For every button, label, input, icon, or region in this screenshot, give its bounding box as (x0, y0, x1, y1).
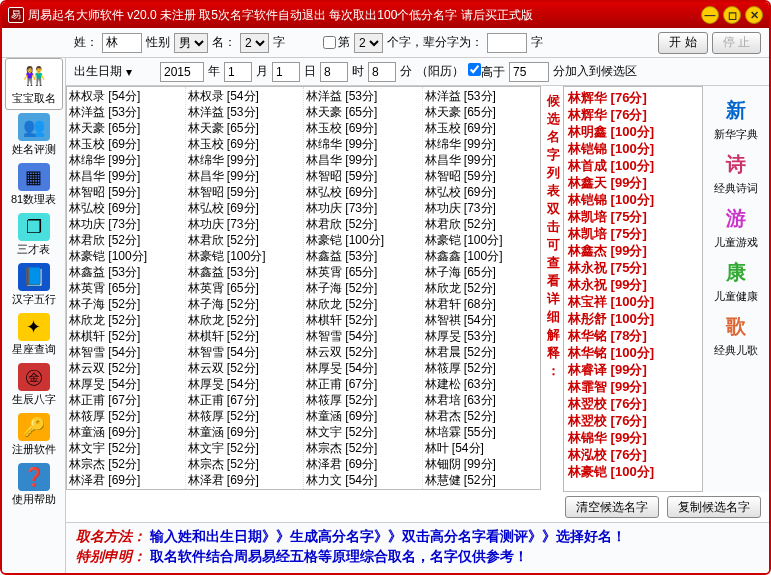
candidate-item[interactable]: 林豪铠 [100分] (568, 463, 698, 480)
gaoyu-checkbox-label[interactable]: 高于 (468, 63, 505, 81)
clear-candidates-button[interactable]: 清空候选名字 (565, 496, 659, 518)
name-result-item[interactable]: 林力文 [54分] (306, 472, 420, 488)
candidate-item[interactable]: 林华铭 [100分] (568, 344, 698, 361)
name-result-item[interactable]: 林慧健 [52分] (425, 472, 539, 488)
start-button[interactable]: 开 始 (658, 32, 707, 54)
beifen-input[interactable] (487, 33, 527, 53)
minimize-button[interactable]: — (701, 6, 719, 24)
name-result-item[interactable]: 林权录 [54分] (188, 88, 302, 104)
name-result-item[interactable]: 林天豪 [65分] (306, 104, 420, 120)
name-result-item[interactable]: 林子海 [65分] (425, 264, 539, 280)
name-result-item[interactable]: 林君晨 [52分] (425, 344, 539, 360)
name-result-item[interactable]: 林童涵 [69分] (188, 424, 302, 440)
name-result-item[interactable]: 林鑫益 [53分] (69, 264, 183, 280)
name-result-item[interactable]: 林绵华 [99分] (425, 136, 539, 152)
name-result-item[interactable]: 林权录 [54分] (69, 88, 183, 104)
candidate-item[interactable]: 林凯培 [75分] (568, 208, 698, 225)
year-input[interactable] (160, 62, 204, 82)
name-result-item[interactable]: 林子海 [52分] (306, 280, 420, 296)
close-button[interactable]: ✕ (745, 6, 763, 24)
name-result-item[interactable]: 林培霖 [55分] (425, 424, 539, 440)
name-result-item[interactable]: 林欣龙 [52分] (425, 280, 539, 296)
name-result-item[interactable]: 林智雪 [54分] (188, 344, 302, 360)
stop-button[interactable]: 停 止 (712, 32, 761, 54)
name-result-item[interactable]: 林泽君 [69分] (306, 456, 420, 472)
name-result-item[interactable]: 林天豪 [65分] (425, 104, 539, 120)
candidate-item[interactable]: 林翌校 [76分] (568, 395, 698, 412)
name-result-item[interactable]: 林欣龙 [52分] (306, 296, 420, 312)
name-result-item[interactable]: 林君轩 [68分] (425, 296, 539, 312)
name-result-item[interactable]: 林豪铠 [100分] (306, 232, 420, 248)
candidate-item[interactable]: 林霏智 [99分] (568, 378, 698, 395)
candidate-item[interactable]: 林永祝 [99分] (568, 276, 698, 293)
name-result-item[interactable]: 林豪铠 [100分] (69, 248, 183, 264)
sidebar-item-sancai-table[interactable]: ❐三才表 (5, 210, 63, 260)
name-result-item[interactable]: 林绵华 [99分] (306, 136, 420, 152)
name-result-item[interactable]: 林玉校 [69分] (69, 136, 183, 152)
name-result-item[interactable]: 林正甫 [67分] (69, 392, 183, 408)
name-length-select[interactable]: 2 (240, 33, 269, 53)
candidate-item[interactable]: 林永祝 [75分] (568, 259, 698, 276)
sidebar-item-help[interactable]: ❓使用帮助 (5, 460, 63, 510)
candidate-list[interactable]: 林辉华 [76分]林辉华 [76分]林明鑫 [100分]林铠锦 [100分]林首… (563, 86, 703, 492)
sidebar-item-shuli-table[interactable]: ▦81数理表 (5, 160, 63, 210)
month-input[interactable] (224, 62, 252, 82)
maximize-button[interactable]: ◻ (723, 6, 741, 24)
name-result-item[interactable]: 林天豪 [65分] (69, 120, 183, 136)
name-result-columns[interactable]: 林权录 [54分]林洋益 [53分]林天豪 [65分]林玉校 [69分]林绵华 … (66, 86, 541, 490)
name-result-item[interactable]: 林叶 [54分] (425, 440, 539, 456)
name-result-item[interactable]: 林君欣 [52分] (425, 216, 539, 232)
name-result-item[interactable]: 林昌华 [99分] (425, 152, 539, 168)
sidebar-item-register[interactable]: 🔑注册软件 (5, 410, 63, 460)
name-column[interactable]: 林洋益 [53分]林天豪 [65分]林玉校 [69分]林绵华 [99分]林昌华 … (423, 87, 541, 489)
di-checkbox-label[interactable]: 第 (323, 34, 350, 51)
minute-input[interactable] (368, 62, 396, 82)
candidate-item[interactable]: 林彤舒 [100分] (568, 310, 698, 327)
candidate-item[interactable]: 林泓校 [76分] (568, 446, 698, 463)
name-result-item[interactable]: 林功庆 [73分] (425, 200, 539, 216)
candidate-item[interactable]: 林鑫杰 [99分] (568, 242, 698, 259)
candidate-item[interactable]: 林首成 [100分] (568, 157, 698, 174)
name-result-item[interactable]: 林英霄 [65分] (69, 280, 183, 296)
name-result-item[interactable]: 林哨晖 [61分] (425, 488, 539, 489)
sidebar-item-hanzi-wuxing[interactable]: 📘汉字五行 (5, 260, 63, 310)
gaoyu-checkbox[interactable] (468, 63, 481, 76)
name-result-item[interactable]: 林昌华 [99分] (306, 152, 420, 168)
candidate-item[interactable]: 林凯培 [75分] (568, 225, 698, 242)
name-result-item[interactable]: 林玉校 [69分] (188, 136, 302, 152)
tool-poetry[interactable]: 诗经典诗词 (707, 146, 765, 198)
name-result-item[interactable]: 林棋轩 [52分] (69, 328, 183, 344)
name-result-item[interactable]: 林智昭 [59分] (306, 168, 420, 184)
name-result-item[interactable]: 林昌华 [99分] (188, 168, 302, 184)
name-result-item[interactable]: 林文宇 [52分] (306, 424, 420, 440)
name-result-item[interactable]: 林君杰 [52分] (425, 408, 539, 424)
candidate-item[interactable]: 林锦华 [99分] (568, 429, 698, 446)
name-result-item[interactable]: 林绵华 [99分] (188, 152, 302, 168)
candidate-item[interactable]: 林华铭 [78分] (568, 327, 698, 344)
name-result-item[interactable]: 林智昭 [59分] (425, 168, 539, 184)
name-column[interactable]: 林权录 [54分]林洋益 [53分]林天豪 [65分]林玉校 [69分]林绵华 … (186, 87, 305, 489)
gender-select[interactable]: 男 (174, 33, 208, 53)
name-result-item[interactable]: 林英霄 [65分] (188, 280, 302, 296)
name-result-item[interactable]: 林泽君 [69分] (188, 472, 302, 488)
name-result-item[interactable]: 林筱厚 [52分] (188, 408, 302, 424)
name-result-item[interactable]: 林泽君 [69分] (69, 472, 183, 488)
name-result-item[interactable]: 林宗杰 [52分] (188, 456, 302, 472)
name-result-item[interactable]: 林洋益 [53分] (306, 88, 420, 104)
name-result-item[interactable]: 林子海 [52分] (188, 296, 302, 312)
gaoyu-input[interactable] (509, 62, 549, 82)
name-result-item[interactable]: 林厚旻 [54分] (188, 376, 302, 392)
name-result-item[interactable]: 林弘校 [69分] (306, 184, 420, 200)
name-column[interactable]: 林权录 [54分]林洋益 [53分]林天豪 [65分]林玉校 [69分]林绵华 … (67, 87, 186, 489)
name-result-item[interactable]: 林天豪 [65分] (188, 120, 302, 136)
candidate-item[interactable]: 林辉华 [76分] (568, 106, 698, 123)
name-result-item[interactable]: 林玉校 [69分] (425, 120, 539, 136)
sidebar-item-xingming-pingce[interactable]: 👥姓名评测 (5, 110, 63, 160)
name-result-item[interactable]: 林宗杰 [52分] (306, 440, 420, 456)
surname-input[interactable] (102, 33, 142, 53)
copy-candidates-button[interactable]: 复制候选名字 (667, 496, 761, 518)
name-result-item[interactable]: 林君欣 [52分] (306, 216, 420, 232)
candidate-item[interactable]: 林辉华 [76分] (568, 89, 698, 106)
name-result-item[interactable]: 林棋轩 [52分] (306, 312, 420, 328)
name-result-item[interactable]: 林智祺 [54分] (425, 312, 539, 328)
